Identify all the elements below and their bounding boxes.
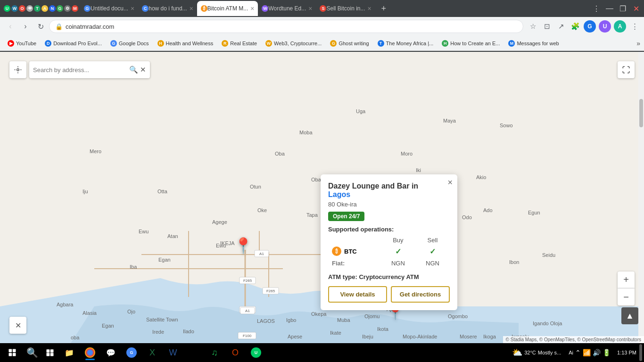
network-icon[interactable]: 📶	[583, 349, 591, 356]
taskbar-chrome[interactable]	[80, 344, 100, 361]
taskbar-whatsapp[interactable]: 💬	[101, 344, 121, 361]
weather-icon: ⛅	[512, 347, 522, 358]
back-button[interactable]: ‹	[4, 20, 17, 33]
popup-ops-table: Buy Sell ₿ BTC ✓ ✓ Fiat:	[328, 236, 450, 269]
zoom-out-button[interactable]: −	[618, 288, 635, 305]
new-tab-button[interactable]: +	[377, 2, 390, 15]
bookmark-download[interactable]: D Download Pro Evol...	[41, 38, 106, 49]
start-button[interactable]	[2, 344, 23, 361]
bookmark-favicon-web3: W	[265, 40, 272, 47]
extensions-icon[interactable]: 🧩	[570, 21, 581, 32]
search-button[interactable]: 🔍	[129, 66, 138, 74]
tab-list-button[interactable]: ⋮	[590, 2, 603, 15]
tab-howdoi[interactable]: C how do i fund... ×	[138, 1, 197, 16]
bookmark-ghostwriting[interactable]: G Ghost writing	[326, 38, 372, 49]
ext-icon-5[interactable]: T	[34, 5, 41, 12]
ext-icon-3[interactable]: O	[19, 5, 25, 12]
tab-title-1: Untitled docu...	[91, 5, 128, 12]
tab-close-5[interactable]: ×	[368, 5, 372, 12]
tab-close-4[interactable]: ×	[308, 5, 312, 12]
popup-title-link[interactable]: Lagos	[328, 190, 350, 198]
svg-rect-22	[13, 349, 16, 353]
ext-icon-8[interactable]: G	[57, 5, 63, 12]
taskbar-clock[interactable]: 1:13 PM	[615, 350, 638, 355]
forward-button[interactable]: ›	[19, 20, 32, 33]
tab-bitcoin-atm[interactable]: ₿ Bitcoin ATM M... ×	[197, 1, 258, 16]
tab-untitled[interactable]: G Untitled docu... ×	[80, 1, 138, 16]
popup-atm-type: ATM type: Cryptocurrency ATM	[328, 273, 450, 280]
taskbar-google[interactable]: G	[122, 344, 141, 361]
bookmarks-more[interactable]: »	[636, 40, 640, 47]
tab-favicon-5: S	[320, 5, 326, 12]
zoom-in-button[interactable]: +	[618, 272, 635, 288]
bookmark-realestate[interactable]: R Real Estate	[218, 38, 261, 49]
taskbar-file-explorer[interactable]: 📁	[59, 344, 79, 361]
ext-icon-6[interactable]: A	[41, 5, 48, 12]
tab-wordtune[interactable]: W Wordtune Ed... ×	[258, 1, 316, 16]
map-container[interactable]: A1 F265 F265 F265 F100 A1 UgaMayaSowoMob…	[0, 52, 644, 343]
taskbar-green-app[interactable]: U	[246, 344, 266, 361]
taskbar-photo[interactable]: 🖼	[267, 344, 287, 361]
ai-label[interactable]: Ai	[569, 350, 573, 355]
taskbar-weather[interactable]: ⛅ 32°C Mostly s...	[509, 347, 564, 358]
tab-close-1[interactable]: ×	[131, 5, 134, 12]
ops-row-btc: ₿ BTC ✓ ✓	[328, 245, 450, 258]
maximize-button[interactable]: ❐	[617, 2, 629, 15]
menu-icon[interactable]: ⋮	[629, 21, 640, 32]
map-marker-primary[interactable]: 📍	[234, 237, 253, 255]
search-clear-button[interactable]: ✕	[140, 66, 146, 74]
bookmark-web3[interactable]: W Web3, Cryptocurre...	[262, 38, 325, 49]
ext-icon-1[interactable]: U	[4, 5, 10, 12]
taskbar-office[interactable]: O	[225, 344, 245, 361]
bookmark-health[interactable]: H Health and Wellness	[154, 38, 217, 49]
taskbar-time-value: 1:13 PM	[617, 350, 636, 355]
tab-sell-bitcoin[interactable]: S Sell Bitcoin in... ×	[316, 1, 375, 16]
view-details-button[interactable]: View details	[328, 286, 387, 303]
ext-icon-2[interactable]: W	[11, 5, 18, 12]
back-to-top-button[interactable]: ▲	[621, 307, 638, 324]
battery-icon[interactable]: 🔋	[603, 349, 611, 356]
map-settings-button[interactable]: ✕	[9, 317, 26, 334]
profile-icon[interactable]: U	[599, 20, 611, 33]
bookmark-youtube[interactable]: ▶ YouTube	[4, 38, 40, 49]
screen-capture-icon[interactable]: ⊡	[541, 21, 553, 32]
nav-bar: ‹ › ↻ 🔒 coinatmradar.com ☆ ⊡ ↗ 🧩 G U A ⋮	[0, 17, 644, 36]
taskbar-word[interactable]: W	[163, 344, 183, 361]
address-bar[interactable]: 🔒 coinatmradar.com	[49, 20, 523, 33]
weather-desc: Mostly s...	[538, 350, 561, 355]
search-input[interactable]	[33, 66, 127, 74]
locate-button[interactable]	[9, 61, 26, 78]
minimize-button[interactable]: —	[603, 2, 616, 15]
tab-close-3[interactable]: ×	[250, 5, 254, 12]
popup-close-button[interactable]: ×	[447, 178, 453, 187]
tab-close-2[interactable]: ×	[190, 5, 193, 12]
show-desktop-button[interactable]	[639, 344, 642, 361]
get-directions-button[interactable]: Get directions	[391, 286, 450, 303]
bookmark-money-africa[interactable]: T The Money Africa |...	[374, 38, 438, 49]
taskbar-spotify[interactable]: ♫	[205, 344, 224, 361]
ext-icon-4[interactable]: 👁	[26, 5, 33, 12]
refresh-button[interactable]: ↻	[34, 20, 47, 33]
system-tray: Ai ⌃ 📶 🔊 🔋	[565, 349, 614, 356]
search-taskbar-button[interactable]: 🔍	[24, 344, 41, 361]
avatar-icon[interactable]: A	[614, 20, 626, 33]
bookmark-icon[interactable]: ☆	[527, 21, 538, 32]
ext-icon-9[interactable]: ⚙	[64, 5, 71, 12]
fiat-sell-value: NGN	[415, 258, 450, 269]
map-scrollbar[interactable]	[638, 52, 644, 343]
chevron-up-icon[interactable]: ⌃	[575, 349, 581, 356]
bookmark-how-create[interactable]: H How to Create an E...	[438, 38, 504, 49]
bookmark-messages[interactable]: M Messages for web	[504, 38, 562, 49]
main-content: A1 F265 F265 F265 F100 A1 UgaMayaSowoMob…	[0, 52, 644, 343]
ext-icon-7[interactable]: N	[49, 5, 56, 12]
task-view-button[interactable]	[41, 344, 58, 361]
bookmark-gdocs[interactable]: G Google Docs	[107, 38, 153, 49]
ext-icon-10[interactable]: M	[72, 5, 78, 12]
taskbar-excel[interactable]: X	[142, 344, 162, 361]
taskbar-onedrive[interactable]: ☁	[184, 344, 204, 361]
close-button[interactable]: ✕	[630, 2, 642, 15]
volume-icon[interactable]: 🔊	[593, 349, 601, 356]
google-account-icon[interactable]: G	[584, 20, 596, 33]
share-icon[interactable]: ↗	[555, 21, 567, 32]
fullscreen-button[interactable]	[618, 61, 635, 78]
